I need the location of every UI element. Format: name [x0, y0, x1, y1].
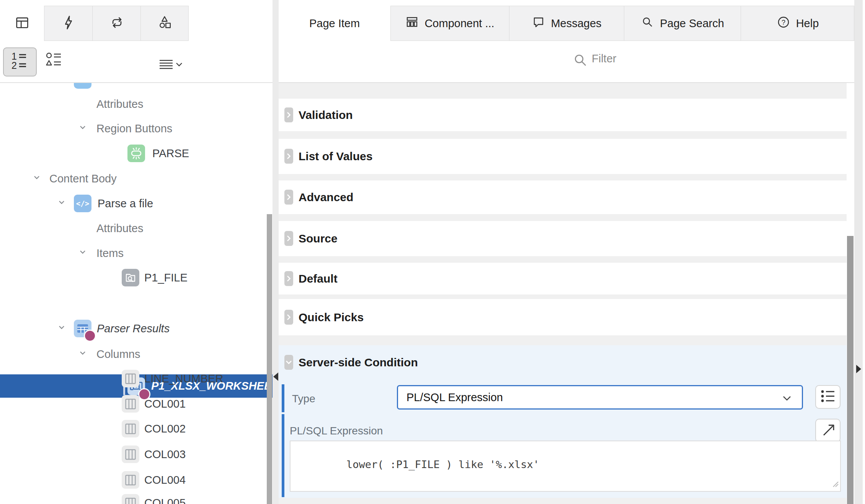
svg-text:2: 2	[11, 60, 17, 71]
processing-cycle-icon	[108, 14, 125, 33]
tree-item-region-buttons[interactable]: Region Buttons	[0, 116, 273, 141]
tree-menu-button[interactable]	[159, 57, 184, 73]
tab-component-view[interactable]: Component ...	[390, 6, 509, 41]
left-panel-scrollbar-thumb[interactable]	[267, 214, 272, 504]
message-bubble-icon	[532, 15, 545, 32]
section-title: List of Values	[299, 150, 372, 163]
tree-item-parser-results[interactable]: Parser Results	[0, 316, 273, 341]
order-by-sequence-button[interactable]: 1 2	[3, 47, 37, 76]
section-title: Advanced	[299, 191, 353, 204]
section-default[interactable]: Default	[279, 263, 847, 294]
expand-section-button[interactable]	[284, 107, 293, 122]
open-code-editor-button[interactable]	[815, 419, 841, 442]
modified-dot	[85, 331, 95, 341]
open-in-editor-icon	[818, 420, 837, 441]
chevron-down-icon[interactable]	[57, 197, 67, 210]
expand-section-button[interactable]	[284, 271, 293, 286]
tree-item-attributes-2[interactable]: Attributes	[0, 216, 273, 241]
condition-type-select[interactable]: PL/SQL Expression	[397, 385, 803, 410]
tree-label: Items	[96, 247, 124, 260]
plsql-expression-field-label: PL/SQL Expression	[290, 425, 383, 437]
section-source[interactable]: Source	[279, 221, 847, 256]
tree-item-parse-a-file[interactable]: </> Parse a file	[0, 191, 273, 216]
tab-dynamic-actions[interactable]	[44, 6, 92, 41]
collapse-left-panel-icon[interactable]	[273, 372, 278, 381]
expand-section-button[interactable]	[284, 149, 293, 164]
type-lov-button[interactable]	[815, 385, 841, 409]
right-splitter-rail[interactable]	[854, 0, 863, 504]
expand-section-button[interactable]	[284, 310, 293, 325]
section-advanced[interactable]: Advanced	[279, 180, 847, 214]
resize-grip-icon[interactable]	[770, 466, 839, 490]
expand-right-panel-icon[interactable]	[856, 365, 861, 373]
numbered-list-sort-icon: 1 2	[9, 51, 31, 73]
chevron-down-icon[interactable]	[78, 122, 88, 135]
section-validation[interactable]: Validation	[279, 99, 847, 131]
code-region-icon: </>	[74, 195, 91, 212]
tree-item-col002[interactable]: COL002	[0, 416, 273, 441]
tree-label: Content Body	[49, 172, 117, 185]
tree-item-col004[interactable]: COL004	[0, 467, 273, 493]
filter-input[interactable]	[592, 52, 865, 65]
order-by-type-button[interactable]	[45, 51, 63, 70]
rendering-icon	[14, 14, 31, 33]
section-list-of-values[interactable]: List of Values	[279, 139, 847, 174]
tree-label: Parse a file	[98, 197, 153, 210]
tree-item-attributes[interactable]: Attributes	[0, 91, 273, 117]
section-title: Default	[299, 272, 338, 285]
column-icon	[122, 395, 139, 413]
tab-rendering[interactable]	[0, 6, 44, 41]
tab-label: Component ...	[424, 17, 494, 30]
collapse-section-button[interactable]	[284, 355, 293, 370]
tree-item-content-body[interactable]: Content Body	[0, 166, 273, 191]
svg-text:?: ?	[782, 19, 785, 26]
tree-label: P1_FILE	[144, 272, 188, 284]
help-icon: ?	[776, 15, 791, 32]
expand-section-button[interactable]	[284, 190, 293, 205]
tab-shared-components[interactable]	[140, 6, 189, 41]
chevron-down-icon[interactable]	[32, 172, 42, 185]
tree-item-line-number[interactable]: LINE_NUMBER	[0, 366, 273, 391]
chevron-down-icon[interactable]	[57, 322, 67, 335]
section-quick-picks[interactable]: Quick Picks	[279, 299, 847, 335]
chevron-down-icon[interactable]	[78, 348, 88, 361]
selected-value: PL/SQL Expression	[406, 391, 503, 404]
panel-splitter[interactable]	[273, 0, 279, 504]
list-icon	[819, 387, 837, 406]
tree-label: Parser Results	[97, 322, 170, 335]
tree-item-col003[interactable]: COL003	[0, 442, 273, 467]
clipped-tree-icon	[74, 83, 91, 89]
tree-label: Attributes	[96, 222, 144, 235]
column-icon	[122, 471, 139, 489]
tab-label: Help	[796, 17, 819, 30]
right-panel-scrollbar-thumb[interactable]	[847, 236, 854, 504]
page-designer: 1 2 Attributes Region Butt	[0, 0, 865, 504]
tree-item-col001[interactable]: COL001	[0, 391, 273, 416]
tree-item-items[interactable]: Items	[0, 241, 273, 266]
tab-help[interactable]: ? Help	[741, 6, 854, 41]
tree-label: PARSE	[152, 147, 189, 160]
tree-item-parse-button[interactable]: PARSE	[0, 141, 273, 166]
property-editor: Validation List of Values Advanced Sourc…	[279, 83, 847, 504]
tab-page-search[interactable]: Page Search	[624, 6, 741, 41]
chevron-down-icon[interactable]	[78, 247, 88, 260]
changed-value-bar	[282, 384, 284, 412]
rendering-tree: Attributes Region Buttons PARSE Content …	[0, 83, 273, 504]
tab-messages[interactable]: Messages	[509, 6, 624, 41]
tab-label: Page Item	[309, 17, 360, 30]
tree-item-p1-file[interactable]: P1_FILE	[0, 265, 273, 290]
tree-label: COL003	[144, 448, 186, 461]
tab-processing[interactable]	[92, 6, 140, 41]
plsql-expression-textarea[interactable]: lower( :P1_FILE ) like '%.xlsx'	[290, 441, 841, 492]
search-icon	[641, 15, 654, 32]
tree-label: Columns	[96, 348, 140, 361]
tree-item-columns[interactable]: Columns	[0, 341, 273, 367]
section-title: Server-side Condition	[299, 356, 418, 369]
type-field-label: Type	[292, 393, 315, 405]
tab-page-item[interactable]: Page Item	[279, 6, 390, 41]
typed-list-sort-icon	[45, 63, 63, 70]
column-icon	[122, 494, 139, 504]
tree-item-col005[interactable]: COL005	[0, 490, 273, 504]
expand-section-button[interactable]	[284, 231, 293, 246]
tree-label: Attributes	[96, 98, 144, 111]
